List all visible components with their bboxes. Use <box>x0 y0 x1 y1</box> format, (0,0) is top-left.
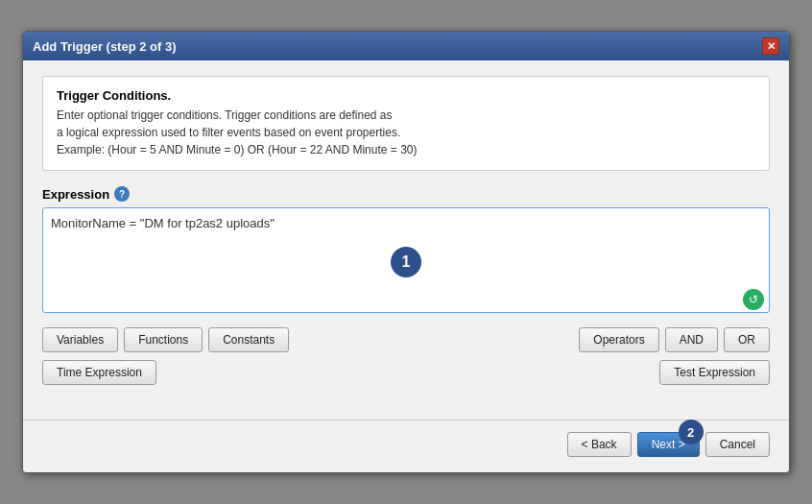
expression-label: Expression ? <box>42 186 770 202</box>
info-box-title: Trigger Conditions. <box>57 88 755 103</box>
time-expression-button[interactable]: Time Expression <box>42 360 156 385</box>
variables-button[interactable]: Variables <box>42 327 118 352</box>
test-expression-button[interactable]: Test Expression <box>659 360 770 385</box>
next-button[interactable]: Next > <box>637 432 700 457</box>
info-line-2: a logical expression used to filter even… <box>57 126 400 139</box>
next-button-wrapper: Next > 2 <box>637 432 700 457</box>
info-line-3: Example: (Hour = 5 AND Minute = 0) OR (H… <box>57 143 418 156</box>
expression-input[interactable] <box>42 207 770 313</box>
constants-button[interactable]: Constants <box>208 327 289 352</box>
right-buttons: Operators AND OR <box>579 327 770 352</box>
toolbar-row-2: Time Expression Test Expression <box>42 360 770 385</box>
info-box-text: Enter optional trigger conditions. Trigg… <box>57 107 755 158</box>
info-line-1: Enter optional trigger conditions. Trigg… <box>57 108 393 122</box>
dialog-title: Add Trigger (step 2 of 3) <box>33 39 177 54</box>
help-icon[interactable]: ? <box>114 186 130 202</box>
cancel-button[interactable]: Cancel <box>705 432 770 457</box>
dialog-titlebar: Add Trigger (step 2 of 3) ✕ <box>23 32 789 60</box>
add-trigger-dialog: Add Trigger (step 2 of 3) ✕ Trigger Cond… <box>22 31 790 473</box>
dialog-body: Trigger Conditions. Enter optional trigg… <box>23 60 789 400</box>
close-button[interactable]: ✕ <box>762 37 779 55</box>
functions-button[interactable]: Functions <box>124 327 203 352</box>
refresh-icon[interactable]: ↺ <box>743 289 764 310</box>
info-box: Trigger Conditions. Enter optional trigg… <box>42 76 770 171</box>
toolbar-row-1: Variables Functions Constants Operators … <box>42 327 770 352</box>
or-button[interactable]: OR <box>724 327 770 352</box>
expression-area-wrapper: 1 ↺ <box>42 207 770 316</box>
and-button[interactable]: AND <box>665 327 718 352</box>
operators-button[interactable]: Operators <box>579 327 658 352</box>
back-button[interactable]: < Back <box>567 432 632 457</box>
dialog-footer: < Back Next > 2 Cancel <box>23 420 789 472</box>
